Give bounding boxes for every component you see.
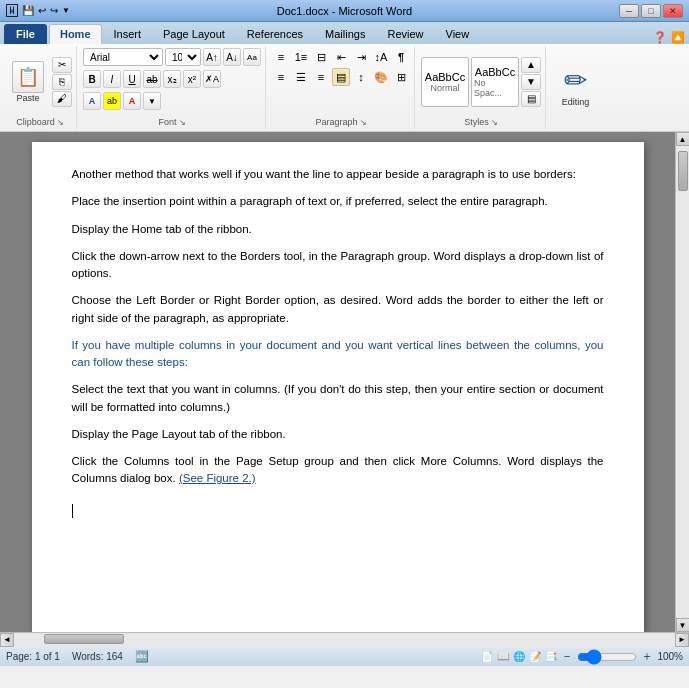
italic-button[interactable]: I <box>103 70 121 88</box>
sort-button[interactable]: ↕A <box>372 48 390 66</box>
superscript-button[interactable]: x² <box>183 70 201 88</box>
font-expand-icon[interactable]: ↘ <box>179 118 186 127</box>
paragraph-expand-icon[interactable]: ↘ <box>360 118 367 127</box>
font-group: Arial 10 A↑ A↓ Aa B I U ab x₂ x² ✗A A a <box>79 46 266 129</box>
font-row-1: Arial 10 A↑ A↓ Aa <box>83 48 261 66</box>
borders-button[interactable]: ⊞ <box>392 68 410 86</box>
tab-insert[interactable]: Insert <box>104 24 152 44</box>
decrease-indent-button[interactable]: ⇤ <box>332 48 350 66</box>
styles-gallery: AaBbCc Normal AaBbCc No Spac... ▲ ▼ ▤ <box>421 48 541 115</box>
see-figure-link[interactable]: (See Figure 2.) <box>179 472 256 484</box>
styles-gallery-items: AaBbCc Normal AaBbCc No Spac... <box>421 57 519 107</box>
tab-view[interactable]: View <box>436 24 480 44</box>
redo-icon[interactable]: ↪ <box>50 5 58 16</box>
ribbon-minimize-icon[interactable]: 🔼 <box>671 31 685 44</box>
styles-scroll-up[interactable]: ▲ <box>521 57 541 73</box>
font-name-select[interactable]: Arial <box>83 48 163 66</box>
tab-home[interactable]: Home <box>49 24 102 44</box>
tab-references[interactable]: References <box>237 24 313 44</box>
multilevel-list-button[interactable]: ⊟ <box>312 48 330 66</box>
cut-button[interactable]: ✂ <box>52 57 72 73</box>
numbering-button[interactable]: 1≡ <box>292 48 310 66</box>
tab-review[interactable]: Review <box>377 24 433 44</box>
zoom-out-button[interactable]: － <box>561 648 573 665</box>
font-size-select[interactable]: 10 <box>165 48 201 66</box>
text-effects-button[interactable]: A <box>83 92 101 110</box>
align-center-button[interactable]: ☰ <box>292 68 310 86</box>
qa-dropdown-icon[interactable]: ▼ <box>62 6 70 15</box>
horizontal-scrollbar[interactable]: ◄ ► <box>0 632 689 646</box>
close-button[interactable]: ✕ <box>663 4 683 18</box>
paste-label: Paste <box>16 93 39 103</box>
clear-formatting-button[interactable]: ✗A <box>203 70 221 88</box>
scroll-up-button[interactable]: ▲ <box>676 132 690 146</box>
clipboard-group-content: 📋 Paste ✂ ⎘ 🖌 <box>8 48 72 115</box>
align-left-button[interactable]: ≡ <box>272 68 290 86</box>
justify-button[interactable]: ▤ <box>332 68 350 86</box>
zoom-level[interactable]: 100% <box>657 651 683 662</box>
scroll-right-button[interactable]: ► <box>675 633 689 647</box>
h-scroll-thumb[interactable] <box>44 634 124 644</box>
layout-reading-icon[interactable]: 📖 <box>497 651 509 662</box>
paste-icon: 📋 <box>12 61 44 93</box>
paste-button[interactable]: 📋 Paste <box>8 59 48 105</box>
scroll-down-button[interactable]: ▼ <box>676 618 690 632</box>
paragraph-7: Select the text that you want in columns… <box>72 381 604 416</box>
maximize-button[interactable]: □ <box>641 4 661 18</box>
shrink-font-button[interactable]: A↓ <box>223 48 241 66</box>
document-page[interactable]: Another method that works well if you wa… <box>32 142 644 632</box>
window-title: Doc1.docx - Microsoft Word <box>70 5 619 17</box>
minimize-button[interactable]: ─ <box>619 4 639 18</box>
subscript-button[interactable]: x₂ <box>163 70 181 88</box>
layout-draft-icon[interactable]: 📑 <box>545 651 557 662</box>
increase-indent-button[interactable]: ⇥ <box>352 48 370 66</box>
shading-button[interactable]: 🎨 <box>372 68 390 86</box>
layout-web-icon[interactable]: 🌐 <box>513 651 525 662</box>
tab-page-layout[interactable]: Page Layout <box>153 24 235 44</box>
line-spacing-button[interactable]: ↕ <box>352 68 370 86</box>
tab-file[interactable]: File <box>4 24 47 44</box>
grow-font-button[interactable]: A↑ <box>203 48 221 66</box>
spell-check-icon[interactable]: 🔤 <box>135 650 149 663</box>
paragraph-3: Display the Home tab of the ribbon. <box>72 221 604 238</box>
tab-mailings[interactable]: Mailings <box>315 24 375 44</box>
h-scroll-track[interactable] <box>14 633 675 647</box>
copy-button[interactable]: ⎘ <box>52 74 72 90</box>
scroll-left-button[interactable]: ◄ <box>0 633 14 647</box>
layout-outline-icon[interactable]: 📝 <box>529 651 541 662</box>
zoom-in-button[interactable]: ＋ <box>641 648 653 665</box>
align-right-button[interactable]: ≡ <box>312 68 330 86</box>
bullets-button[interactable]: ≡ <box>272 48 290 66</box>
change-case-button[interactable]: Aa <box>243 48 261 66</box>
underline-button[interactable]: U <box>123 70 141 88</box>
zoom-slider[interactable] <box>577 653 637 661</box>
bold-button[interactable]: B <box>83 70 101 88</box>
scroll-track[interactable] <box>676 146 690 618</box>
vertical-scrollbar[interactable]: ▲ ▼ <box>675 132 689 632</box>
layout-print-icon[interactable]: 📄 <box>481 651 493 662</box>
document-area[interactable]: Another method that works well if you wa… <box>0 132 675 632</box>
styles-group: AaBbCc Normal AaBbCc No Spac... ▲ ▼ ▤ St… <box>417 46 546 129</box>
format-painter-button[interactable]: 🖌 <box>52 91 72 107</box>
styles-expand-icon[interactable]: ↘ <box>491 118 498 127</box>
paragraph-6: If you have multiple columns in your doc… <box>72 337 604 372</box>
clipboard-expand-icon[interactable]: ↘ <box>57 118 64 127</box>
editing-group-content: ✏ Editing <box>560 48 592 125</box>
style-normal[interactable]: AaBbCc Normal <box>421 57 469 107</box>
font-color-button[interactable]: A <box>123 92 141 110</box>
scroll-thumb[interactable] <box>678 151 688 191</box>
ribbon-content: 📋 Paste ✂ ⎘ 🖌 Clipboard ↘ Arial 10 <box>0 44 689 132</box>
font-color-dropdown[interactable]: ▼ <box>143 92 161 110</box>
editing-button[interactable]: ✏ Editing <box>560 65 592 109</box>
help-icon[interactable]: ❓ <box>653 31 667 44</box>
styles-scroll-down[interactable]: ▼ <box>521 74 541 90</box>
strikethrough-button[interactable]: ab <box>143 70 161 88</box>
undo-icon[interactable]: ↩ <box>38 5 46 16</box>
editing-label: Editing <box>562 97 590 107</box>
text-highlight-button[interactable]: ab <box>103 92 121 110</box>
show-paragraph-button[interactable]: ¶ <box>392 48 410 66</box>
styles-expand[interactable]: ▤ <box>521 91 541 107</box>
cursor-position[interactable] <box>72 504 604 521</box>
quick-save-icon[interactable]: 💾 <box>22 5 34 16</box>
style-no-spacing[interactable]: AaBbCc No Spac... <box>471 57 519 107</box>
